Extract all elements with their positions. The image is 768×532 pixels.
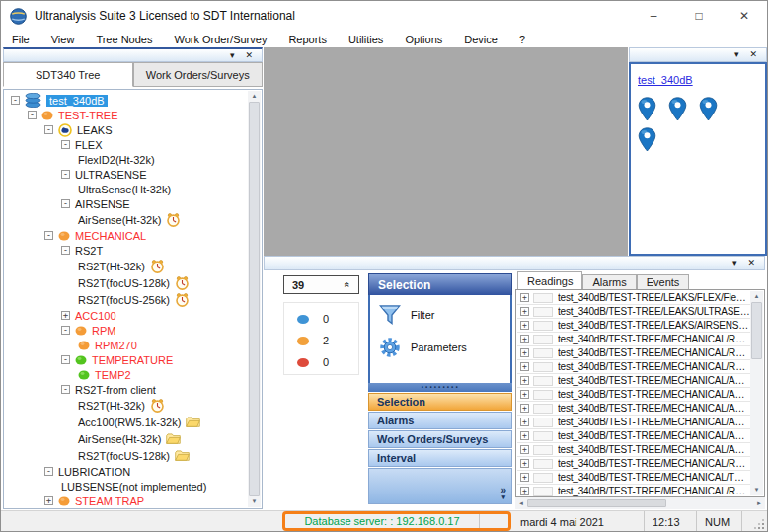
- tree-panel-close-icon[interactable]: ✕: [245, 51, 253, 60]
- tree-node[interactable]: Acc100(RW5.1k-32k): [5, 414, 248, 430]
- tree-node[interactable]: RS2T(Ht-32k): [5, 258, 248, 274]
- accordion-item-alarms[interactable]: Alarms: [368, 412, 512, 429]
- collapse-icon[interactable]: -: [61, 246, 70, 255]
- expand-icon[interactable]: +: [520, 487, 529, 495]
- reading-row[interactable]: +test_340dB/TEST-TREE/MECHANICAL/ACC100/…: [517, 443, 750, 457]
- overview-panel-close-icon[interactable]: ✕: [749, 50, 757, 59]
- tree-node[interactable]: +ACC100: [5, 308, 248, 323]
- tab-work-orders-surveys[interactable]: Work Orders/Surveys: [133, 62, 264, 87]
- tree-node[interactable]: RS2T(focUS-128k): [5, 447, 248, 464]
- expand-icon[interactable]: +: [520, 335, 529, 343]
- reading-row[interactable]: +test_340dB/TEST-TREE/MECHANICAL/ACC100/…: [517, 374, 750, 388]
- tree-scrollbar[interactable]: ▲ ▼: [248, 91, 261, 507]
- map-pin-icon[interactable]: [638, 127, 656, 152]
- accordion-item-interval[interactable]: Interval: [368, 449, 512, 467]
- tab-readings[interactable]: Readings: [517, 271, 582, 289]
- collapse-icon[interactable]: -: [61, 199, 70, 208]
- tree-node[interactable]: -RPM: [5, 323, 248, 338]
- scroll-up-icon[interactable]: ▲: [252, 92, 258, 101]
- tree-panel-menu-icon[interactable]: ▾: [230, 51, 235, 60]
- collapse-icon[interactable]: -: [44, 125, 53, 134]
- menu-item-reports[interactable]: Reports: [277, 34, 338, 45]
- tab-sdt340-tree[interactable]: SDT340 Tree: [3, 62, 133, 87]
- expand-icon[interactable]: +: [44, 496, 53, 505]
- tree-node[interactable]: -test_340dB: [5, 93, 248, 108]
- close-button[interactable]: ✕: [722, 1, 767, 31]
- collapse-icon[interactable]: -: [11, 96, 20, 105]
- reading-row[interactable]: +test_340dB/TEST-TREE/MECHANICAL/RS2T-fr…: [517, 485, 750, 496]
- reading-row[interactable]: +test_340dB/TEST-TREE/LEAKS/ULTRASENSE/U…: [517, 305, 750, 319]
- splitter-grip[interactable]: ·········: [368, 383, 512, 392]
- tree-node[interactable]: +STEAM TRAP: [5, 494, 248, 507]
- collapse-double-icon[interactable]: «: [343, 282, 353, 288]
- expand-icon[interactable]: +: [520, 307, 529, 316]
- reading-row[interactable]: +test_340dB/TEST-TREE/MECHANICAL/RS2T/RS…: [517, 346, 750, 360]
- reading-row[interactable]: +test_340dB/TEST-TREE/MECHANICAL/ACC100/…: [517, 416, 750, 429]
- scroll-up-icon[interactable]: ▲: [754, 292, 760, 301]
- expand-icon[interactable]: +: [520, 321, 529, 330]
- tree-node[interactable]: RS2T(focUS-128k): [5, 274, 248, 291]
- tree-node[interactable]: TEMP2: [5, 367, 248, 382]
- tree-node[interactable]: UltraSense(Ht-32k): [5, 182, 248, 196]
- tree-node[interactable]: -RS2T: [5, 243, 248, 258]
- tree-node[interactable]: FlexID2(Ht-32k): [5, 152, 248, 167]
- tool-filter[interactable]: Filter: [378, 303, 510, 327]
- reading-row[interactable]: +test_340dB/TEST-TREE/MECHANICAL/TEMPERA…: [517, 471, 750, 485]
- node-counter[interactable]: 39 «: [283, 275, 359, 294]
- tree-node[interactable]: -TEMPERATURE: [5, 352, 248, 367]
- tool-parameters[interactable]: Parameters: [378, 336, 510, 359]
- menu-item-options[interactable]: Options: [394, 34, 453, 45]
- tree-node[interactable]: -MECHANICAL: [5, 228, 248, 243]
- expand-icon[interactable]: +: [520, 348, 529, 357]
- expand-icon[interactable]: +: [520, 376, 529, 385]
- reading-row[interactable]: +test_340dB/TEST-TREE/MECHANICAL/RPM/RPM…: [517, 457, 750, 471]
- expand-icon[interactable]: +: [520, 404, 529, 413]
- tree-node[interactable]: RPM270: [5, 338, 248, 352]
- map-pin-icon[interactable]: [699, 97, 718, 121]
- tree-node[interactable]: RS2T(Ht-32k): [5, 397, 248, 414]
- tree-node[interactable]: -LUBRICATION: [5, 464, 248, 479]
- tree-node[interactable]: -LEAKS: [5, 122, 248, 137]
- more-icon[interactable]: » ▾: [500, 487, 506, 500]
- tree-node[interactable]: AirSense(Ht-32k): [5, 211, 248, 228]
- readings-scrollbar[interactable]: ▲ ▼: [750, 291, 763, 495]
- maximize-button[interactable]: □: [676, 1, 722, 31]
- reading-row[interactable]: +test_340dB/TEST-TREE/LEAKS/FLEX/FlexID2…: [517, 291, 750, 305]
- scroll-thumb[interactable]: [249, 102, 260, 496]
- tab-events[interactable]: Events: [637, 274, 690, 289]
- tree-node[interactable]: -AIRSENSE: [5, 196, 248, 211]
- expand-icon[interactable]: +: [61, 311, 70, 320]
- reading-row[interactable]: +test_340dB/TEST-TREE/MECHANICAL/RS2T/RS…: [517, 360, 750, 374]
- reading-row[interactable]: +test_340dB/TEST-TREE/MECHANICAL/ACC100/…: [517, 402, 750, 416]
- bottom-panel-menu-icon[interactable]: ▾: [732, 259, 737, 267]
- map-pin-icon[interactable]: [668, 97, 687, 121]
- menu-item-?[interactable]: ?: [508, 34, 536, 45]
- scroll-down-icon[interactable]: ▼: [252, 497, 258, 506]
- collapse-icon[interactable]: -: [61, 140, 70, 149]
- menu-item-tree-nodes[interactable]: Tree Nodes: [85, 34, 163, 45]
- tree-node[interactable]: -FLEX: [5, 137, 248, 152]
- resize-grip[interactable]: [762, 527, 764, 529]
- scroll-right-icon[interactable]: ►: [756, 499, 762, 508]
- accordion-item-work-orders-surveys[interactable]: Work Orders/Surveys: [368, 430, 512, 448]
- tree-node[interactable]: RS2T(focUS-256k): [5, 291, 248, 308]
- collapse-icon[interactable]: -: [44, 231, 53, 240]
- scroll-thumb[interactable]: [527, 499, 666, 507]
- collapse-icon[interactable]: -: [61, 385, 70, 394]
- reading-row[interactable]: +test_340dB/TEST-TREE/MECHANICAL/ACC100/…: [517, 388, 750, 402]
- menu-item-utilities[interactable]: Utilities: [338, 34, 394, 45]
- menu-item-file[interactable]: File: [1, 34, 40, 45]
- readings-hscrollbar[interactable]: ◄ ►: [515, 497, 765, 509]
- collapse-icon[interactable]: -: [44, 467, 53, 476]
- tree-node[interactable]: AirSense(Ht-32k): [5, 430, 248, 447]
- expand-icon[interactable]: +: [520, 390, 529, 399]
- minimize-button[interactable]: –: [631, 1, 676, 31]
- expand-icon[interactable]: +: [520, 459, 529, 468]
- map-pin-icon[interactable]: [638, 97, 656, 121]
- expand-icon[interactable]: +: [520, 418, 529, 426]
- reading-row[interactable]: +test_340dB/TEST-TREE/MECHANICAL/ACC100/…: [517, 429, 750, 443]
- expand-icon[interactable]: +: [520, 362, 529, 371]
- reading-row[interactable]: +test_340dB/TEST-TREE/LEAKS/AIRSENSE/Air…: [517, 319, 750, 333]
- collapse-icon[interactable]: -: [61, 170, 70, 179]
- tree-node[interactable]: LUBSENSE(not implemented): [5, 479, 248, 494]
